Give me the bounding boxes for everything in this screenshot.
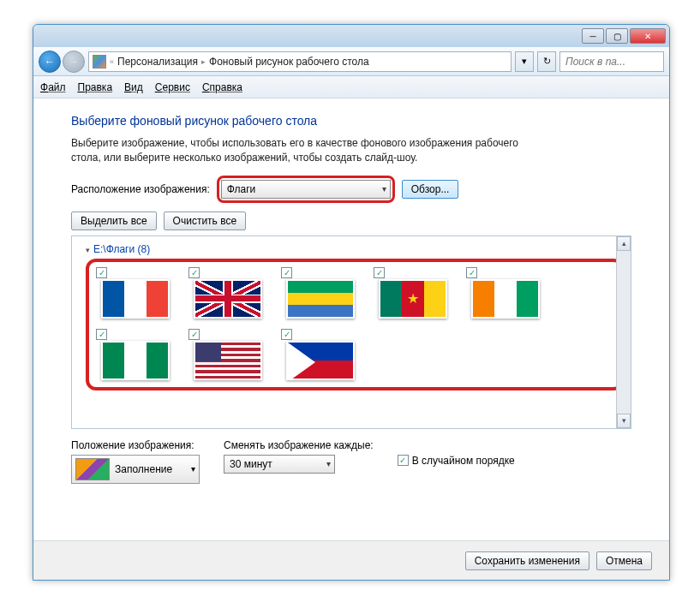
- flag-item-uk[interactable]: ✓: [188, 267, 271, 319]
- shuffle-checkbox[interactable]: ✓: [398, 455, 409, 466]
- highlight-annotation: Флаги: [217, 176, 395, 203]
- page-title: Выберите фоновый рисунок рабочего стола: [71, 114, 631, 128]
- flag-checkbox[interactable]: ✓: [188, 267, 200, 278]
- folder-header[interactable]: ▾E:\Флаги (8): [86, 243, 624, 255]
- flag-thumbnail[interactable]: [194, 279, 262, 319]
- titlebar: ─ ▢ ✕: [33, 25, 669, 47]
- flag-item-philippines[interactable]: ✓: [281, 329, 363, 380]
- menu-file[interactable]: Файл: [40, 81, 66, 93]
- content-area: Выберите фоновый рисунок рабочего стола …: [33, 98, 669, 580]
- maximize-button[interactable]: ▢: [606, 28, 628, 44]
- flag-item-nigeria[interactable]: ✓: [96, 329, 178, 380]
- flag-item-gabon[interactable]: ✓: [281, 267, 363, 319]
- menu-edit[interactable]: Правка: [78, 81, 113, 93]
- interval-label: Сменять изображение каждые:: [224, 439, 374, 451]
- menu-help[interactable]: Справка: [202, 81, 242, 93]
- position-combobox[interactable]: Заполнение: [71, 455, 200, 484]
- explorer-window: ─ ▢ ✕ ← → « Персонализация ▸ Фоновый рис…: [33, 24, 670, 581]
- flag-thumbnail[interactable]: [286, 279, 355, 319]
- address-dropdown[interactable]: ▾: [515, 51, 534, 72]
- address-bar[interactable]: « Персонализация ▸ Фоновый рисунок рабоч…: [88, 51, 512, 72]
- position-label: Положение изображения:: [71, 439, 200, 451]
- menubar: Файл Правка Вид Сервис Справка: [33, 76, 669, 98]
- flag-checkbox[interactable]: ✓: [281, 267, 292, 278]
- flag-checkbox[interactable]: ✓: [466, 267, 477, 278]
- close-button[interactable]: ✕: [630, 28, 666, 44]
- menu-service[interactable]: Сервис: [155, 81, 190, 93]
- flag-checkbox[interactable]: ✓: [96, 267, 107, 278]
- save-button[interactable]: Сохранить изменения: [465, 551, 589, 570]
- select-all-button[interactable]: Выделить все: [71, 212, 157, 230]
- menu-view[interactable]: Вид: [124, 81, 143, 93]
- cancel-button[interactable]: Отмена: [596, 551, 652, 570]
- flag-item-usa[interactable]: ✓: [188, 329, 271, 380]
- clear-all-button[interactable]: Очистить все: [164, 212, 246, 230]
- minimize-button[interactable]: ─: [582, 28, 604, 44]
- flag-thumbnail[interactable]: [101, 279, 170, 319]
- interval-combobox[interactable]: 30 минут: [224, 455, 335, 474]
- flag-checkbox[interactable]: ✓: [374, 267, 385, 278]
- flag-checkbox[interactable]: ✓: [188, 329, 200, 340]
- forward-button[interactable]: →: [63, 51, 85, 73]
- scrollbar[interactable]: ▴▾: [616, 236, 631, 428]
- highlight-annotation: ✓✓✓✓★✓✓✓✓: [86, 259, 624, 390]
- breadcrumb-item[interactable]: Фоновый рисунок рабочего стола: [209, 56, 369, 68]
- location-combobox[interactable]: Флаги: [221, 180, 391, 199]
- search-input[interactable]: [559, 51, 664, 72]
- flag-thumbnail[interactable]: [194, 341, 262, 380]
- location-label: Расположение изображения:: [71, 183, 210, 195]
- refresh-button[interactable]: ↻: [537, 51, 556, 72]
- folder-icon: [93, 55, 106, 69]
- flag-item-ivory-coast[interactable]: ✓: [466, 267, 548, 319]
- footer: Сохранить изменения Отмена: [33, 540, 669, 580]
- back-button[interactable]: ←: [39, 51, 61, 73]
- flag-thumbnail[interactable]: [101, 341, 170, 380]
- flag-thumbnail[interactable]: ★: [379, 279, 447, 319]
- flag-checkbox[interactable]: ✓: [96, 329, 107, 340]
- images-listbox: ▾E:\Флаги (8) ✓✓✓✓★✓✓✓✓ ▴▾: [71, 235, 631, 429]
- position-thumbnail-icon: [75, 458, 110, 480]
- browse-button[interactable]: Обзор...: [402, 180, 459, 199]
- flag-item-cameroon[interactable]: ✓★: [374, 267, 456, 319]
- description: Выберите изображение, чтобы использовать…: [71, 136, 551, 165]
- flag-checkbox[interactable]: ✓: [281, 329, 292, 340]
- breadcrumb-item[interactable]: Персонализация: [117, 56, 198, 68]
- navbar: ← → « Персонализация ▸ Фоновый рисунок р…: [33, 47, 669, 76]
- flag-thumbnail[interactable]: [471, 279, 540, 319]
- shuffle-label: В случайном порядке: [412, 455, 515, 467]
- flag-item-france[interactable]: ✓: [96, 267, 178, 319]
- flag-thumbnail[interactable]: [286, 341, 355, 380]
